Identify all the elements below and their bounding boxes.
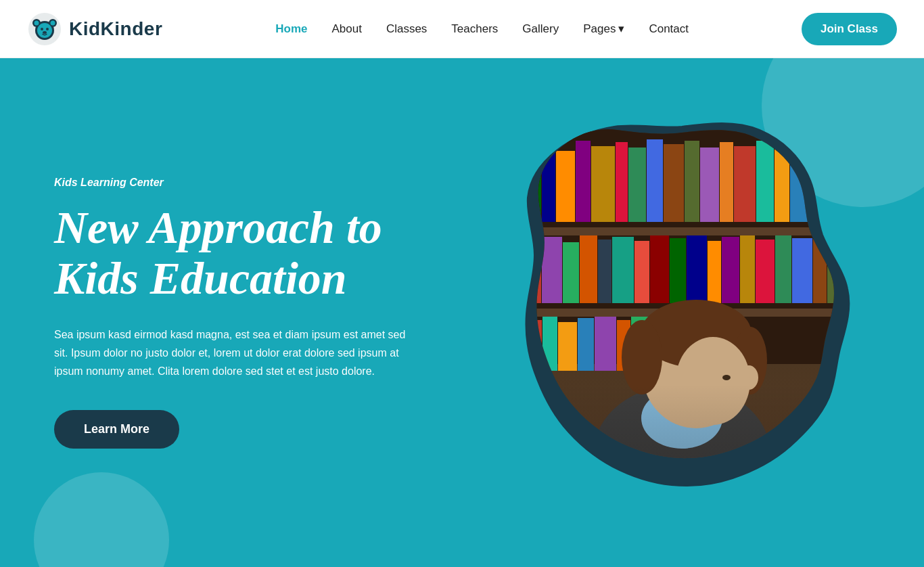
svg-rect-58 xyxy=(578,318,594,371)
svg-rect-15 xyxy=(556,151,575,222)
svg-rect-25 xyxy=(734,146,756,222)
nav-link-classes[interactable]: Classes xyxy=(386,22,427,35)
nav-item-about[interactable]: About xyxy=(331,22,361,36)
svg-rect-14 xyxy=(542,144,555,222)
svg-rect-72 xyxy=(571,472,747,493)
nav-item-gallery[interactable]: Gallery xyxy=(522,22,559,36)
svg-point-5 xyxy=(51,20,55,25)
nav-item-home[interactable]: Home xyxy=(275,22,307,36)
svg-rect-34 xyxy=(526,241,541,303)
logo-icon xyxy=(27,12,62,47)
svg-rect-37 xyxy=(580,235,597,303)
nav-link-teachers[interactable]: Teachers xyxy=(451,22,498,35)
svg-rect-46 xyxy=(740,235,755,303)
svg-rect-32 xyxy=(503,227,860,235)
svg-rect-35 xyxy=(542,237,562,303)
nav-item-teachers[interactable]: Teachers xyxy=(451,22,498,36)
svg-rect-59 xyxy=(595,317,616,371)
svg-point-7 xyxy=(41,28,43,30)
svg-rect-19 xyxy=(628,148,646,222)
nav-link-gallery[interactable]: Gallery xyxy=(522,22,559,35)
svg-point-66 xyxy=(622,320,662,394)
svg-point-4 xyxy=(34,20,39,25)
nav-item-classes[interactable]: Classes xyxy=(386,22,427,36)
nav-item-contact[interactable]: Contact xyxy=(649,22,689,36)
svg-rect-56 xyxy=(542,317,557,371)
svg-rect-55 xyxy=(522,320,542,371)
hero-image-svg xyxy=(503,127,860,525)
svg-rect-75 xyxy=(503,384,860,525)
svg-rect-16 xyxy=(576,141,591,222)
svg-rect-49 xyxy=(792,238,812,303)
svg-rect-24 xyxy=(720,142,733,222)
hero-description: Sea ipsum kasd eirmod kasd magna, est se… xyxy=(54,325,406,381)
svg-rect-52 xyxy=(847,235,860,303)
svg-rect-31 xyxy=(848,146,860,222)
svg-rect-50 xyxy=(813,235,827,303)
svg-rect-47 xyxy=(756,240,775,303)
svg-rect-12 xyxy=(503,141,524,222)
svg-rect-29 xyxy=(811,143,827,222)
nav-links: Home About Classes Teachers Gallery Page… xyxy=(275,22,689,36)
svg-rect-21 xyxy=(664,144,684,222)
hero-image-area xyxy=(460,58,924,567)
svg-rect-33 xyxy=(507,235,526,303)
hero-image-container xyxy=(503,127,860,525)
svg-point-6 xyxy=(37,23,52,38)
svg-rect-38 xyxy=(598,240,611,303)
svg-rect-45 xyxy=(722,237,739,303)
svg-rect-13 xyxy=(524,148,541,222)
svg-rect-28 xyxy=(790,139,810,222)
nav-item-pages[interactable]: Pages ▾ xyxy=(583,22,624,36)
svg-rect-18 xyxy=(616,142,628,222)
nav-link-pages[interactable]: Pages ▾ xyxy=(583,22,624,36)
hero-blob xyxy=(492,116,871,536)
svg-rect-57 xyxy=(558,322,577,371)
join-class-button[interactable]: Join Class xyxy=(802,13,897,45)
deco-circle-2 xyxy=(34,472,169,567)
hero-content: Kids Learning Center New Approach to Kid… xyxy=(0,177,460,449)
svg-rect-48 xyxy=(775,235,791,303)
svg-rect-27 xyxy=(775,145,789,222)
learn-more-button[interactable]: Learn More xyxy=(54,410,179,449)
nav-link-contact[interactable]: Contact xyxy=(649,22,689,35)
logo: KidKinder xyxy=(27,12,162,47)
svg-rect-71 xyxy=(557,486,828,496)
svg-rect-73 xyxy=(672,476,794,493)
nav-link-about[interactable]: About xyxy=(331,22,361,35)
svg-point-74 xyxy=(571,469,679,503)
svg-rect-36 xyxy=(563,242,579,303)
svg-rect-23 xyxy=(700,148,719,222)
svg-rect-54 xyxy=(503,317,521,371)
hero-subtitle: Kids Learning Center xyxy=(54,177,406,189)
svg-rect-41 xyxy=(650,235,669,303)
svg-rect-39 xyxy=(612,237,634,303)
hero-section: Kids Learning Center New Approach to Kid… xyxy=(0,58,924,567)
hero-title: New Approach to Kids Education xyxy=(54,202,406,304)
svg-rect-17 xyxy=(591,146,615,222)
svg-point-70 xyxy=(722,375,731,380)
logo-text: KidKinder xyxy=(69,18,162,40)
chevron-down-icon: ▾ xyxy=(618,22,624,36)
svg-rect-40 xyxy=(634,241,649,303)
svg-rect-44 xyxy=(708,241,721,303)
svg-rect-26 xyxy=(756,141,774,222)
svg-point-9 xyxy=(43,31,47,34)
svg-point-8 xyxy=(46,28,49,30)
svg-rect-30 xyxy=(828,141,847,222)
svg-rect-22 xyxy=(685,141,699,222)
svg-rect-43 xyxy=(687,235,707,303)
svg-rect-51 xyxy=(827,240,846,303)
svg-rect-42 xyxy=(670,238,686,303)
svg-rect-20 xyxy=(647,139,663,222)
nav-link-home[interactable]: Home xyxy=(275,22,307,35)
navbar: KidKinder Home About Classes Teachers Ga… xyxy=(0,0,924,58)
